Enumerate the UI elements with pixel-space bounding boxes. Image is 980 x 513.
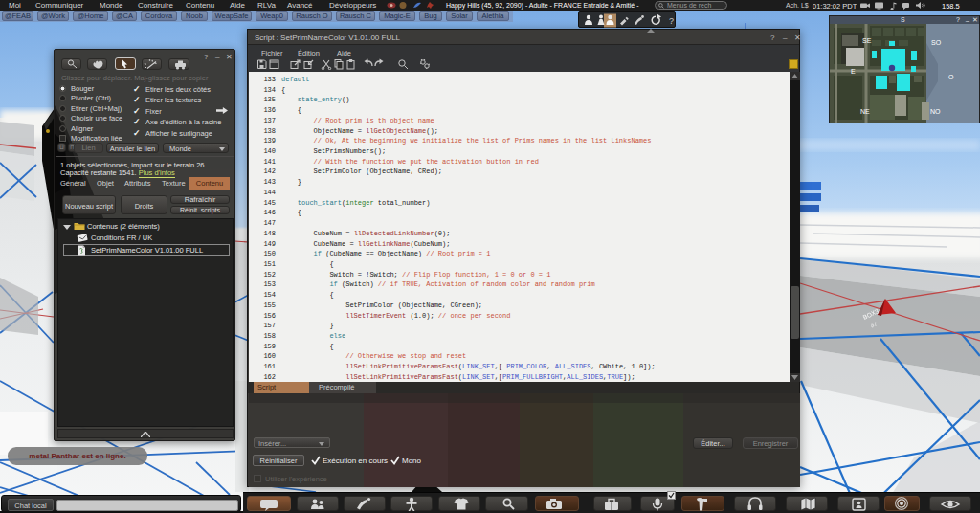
svg-text:NE: NE: [860, 108, 870, 115]
svg-text:E: E: [851, 68, 856, 75]
svg-text:O: O: [948, 74, 954, 80]
svg-text:?: ?: [669, 16, 674, 26]
svg-text:NO: NO: [930, 108, 941, 115]
svg-text:SE: SE: [862, 37, 872, 44]
svg-text:SO: SO: [931, 39, 942, 46]
